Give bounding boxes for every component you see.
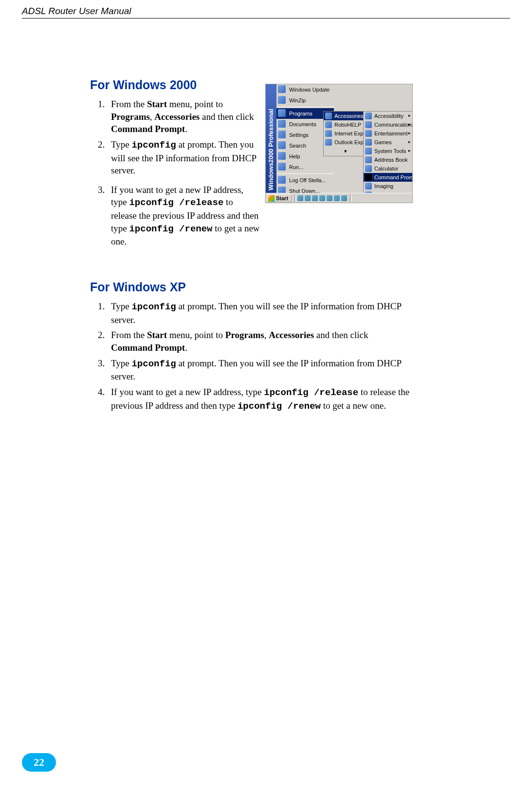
- page-number-badge: 22: [22, 753, 56, 772]
- startmenu-column-3: Accessibility Communications Entertainme…: [363, 111, 413, 203]
- winxp-text-column: Type ipconfig at prompt. Then you will s…: [90, 300, 411, 413]
- winxp-step-4: If you want to get a new IP address, typ…: [107, 386, 411, 413]
- startmenu-column-2: Accessories RoboHELP Internet Explorer O…: [323, 111, 369, 156]
- tray-icon[interactable]: [297, 195, 303, 201]
- submenu-accessories[interactable]: Accessories: [324, 112, 369, 120]
- win2000-step-2: Type ipconfig at prompt. Then you will s…: [107, 138, 260, 177]
- win2000-text-column: From the Start menu, point to Programs, …: [90, 98, 260, 251]
- programs-icon: [278, 109, 286, 117]
- winzip-icon: [278, 96, 286, 104]
- winxp-step-1: Type ipconfig at prompt. Then you will s…: [107, 300, 411, 326]
- ie-icon: [325, 130, 332, 137]
- folder-icon: [325, 121, 332, 128]
- header-title: ADSL Router User Manual: [22, 6, 131, 16]
- acc-games[interactable]: Games: [364, 138, 413, 147]
- taskbar-separator: [350, 194, 351, 202]
- addressbook-icon: [365, 156, 372, 163]
- start-menu-screenshot: Windows2000 Professional Windows Update …: [265, 84, 413, 203]
- acc-entertainment[interactable]: Entertainment: [364, 129, 413, 138]
- heading-windows-xp: For Windows XP: [90, 280, 411, 294]
- tray-icon[interactable]: [341, 195, 347, 201]
- submenu-expand[interactable]: ▾: [324, 147, 369, 156]
- imaging-icon: [365, 183, 372, 190]
- sidebar-brand-text: Windows2000 Professional: [267, 93, 275, 190]
- acc-addressbook[interactable]: Address Book: [364, 155, 413, 164]
- acc-imaging[interactable]: Imaging: [364, 182, 413, 190]
- menu-separator: [276, 173, 334, 174]
- win2000-steps: From the Start menu, point to Programs, …: [90, 98, 260, 248]
- tray-icon[interactable]: [327, 195, 332, 201]
- calculator-icon: [365, 165, 372, 172]
- acc-accessibility[interactable]: Accessibility: [364, 112, 413, 120]
- taskbar: Start: [266, 193, 412, 203]
- folder-icon: [365, 130, 372, 137]
- acc-systemtools[interactable]: System Tools: [364, 147, 413, 155]
- page-header: ADSL Router User Manual: [22, 6, 510, 19]
- menu-winzip[interactable]: WinZip: [276, 95, 334, 106]
- search-icon: [278, 141, 286, 149]
- acc-communications[interactable]: Communications: [364, 120, 413, 129]
- start-button[interactable]: Start: [267, 194, 292, 202]
- tray-icon[interactable]: [305, 195, 311, 201]
- folder-icon: [365, 113, 372, 119]
- tray-icon[interactable]: [312, 195, 318, 201]
- settings-icon: [278, 131, 286, 138]
- logoff-icon: [278, 176, 286, 184]
- acc-calculator[interactable]: Calculator: [364, 164, 413, 173]
- folder-icon: [365, 139, 372, 146]
- win2000-step-1: From the Start menu, point to Programs, …: [107, 98, 260, 135]
- folder-icon: [365, 148, 372, 154]
- help-icon: [278, 152, 286, 160]
- page-number: 22: [34, 756, 44, 769]
- winxp-steps: Type ipconfig at prompt. Then you will s…: [90, 300, 411, 413]
- startmenu-sidebar: Windows2000 Professional: [266, 84, 276, 193]
- windows-update-icon: [278, 85, 286, 93]
- menu-run[interactable]: Run...: [276, 162, 334, 172]
- taskbar-separator: [294, 194, 296, 202]
- submenu-ie[interactable]: Internet Explorer: [324, 129, 369, 138]
- run-icon: [278, 163, 286, 171]
- tray-icon[interactable]: [334, 195, 340, 201]
- menu-separator: [276, 107, 334, 107]
- outlook-icon: [325, 139, 332, 146]
- cmd-icon: [365, 174, 372, 181]
- folder-icon: [325, 113, 332, 119]
- menu-windows-update[interactable]: Windows Update: [276, 84, 334, 95]
- win2000-step-3: If you want to get a new IP address, typ…: [107, 184, 260, 248]
- submenu-outlook[interactable]: Outlook Express: [324, 138, 369, 147]
- acc-command-prompt[interactable]: Command Prompt: [364, 173, 413, 182]
- documents-icon: [278, 120, 286, 128]
- tray-icon[interactable]: [319, 195, 325, 201]
- menu-logoff[interactable]: Log Off Stella...: [276, 175, 334, 186]
- winxp-step-3: Type ipconfig at prompt. Then you will s…: [107, 357, 411, 383]
- winxp-step-2: From the Start menu, point to Programs, …: [107, 329, 411, 354]
- submenu-robohelp[interactable]: RoboHELP: [324, 120, 369, 129]
- folder-icon: [365, 121, 372, 128]
